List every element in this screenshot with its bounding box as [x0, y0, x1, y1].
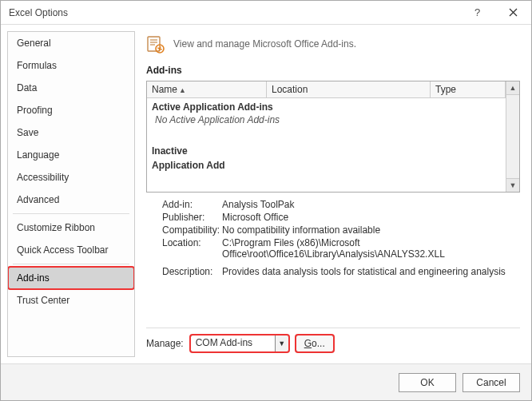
manage-combobox[interactable]: COM Add-ins ▼: [190, 335, 289, 352]
group-inactive-cutoff: Application Add: [147, 158, 506, 173]
window-title: Excel Options: [9, 7, 459, 18]
ok-button[interactable]: OK: [399, 373, 456, 392]
addins-page-icon: [146, 34, 165, 54]
col-name[interactable]: Name▲: [147, 81, 267, 97]
main-panel: View and manage Microsoft Office Add-ins…: [135, 25, 531, 363]
svg-rect-2: [148, 37, 160, 51]
list-inner: Name▲ Location Type Active Application A…: [147, 81, 506, 192]
section-heading: Add-ins: [146, 65, 520, 76]
close-button[interactable]: [495, 1, 531, 25]
group-active-title: Active Application Add-ins: [147, 100, 506, 114]
nav-customize-ribbon[interactable]: Customize Ribbon: [8, 216, 134, 239]
manage-label: Manage:: [146, 338, 184, 349]
detail-description-label: Description:: [146, 266, 222, 277]
list-header: Name▲ Location Type: [147, 81, 506, 98]
group-inactive-title: Inactive: [147, 144, 506, 158]
col-location[interactable]: Location: [267, 81, 431, 97]
titlebar: Excel Options ?: [1, 1, 531, 25]
detail-location-value: C:\Program Files (x86)\Microsoft Office\…: [222, 237, 520, 260]
detail-addin-value: Analysis ToolPak: [222, 199, 520, 210]
go-button[interactable]: Go...: [296, 335, 334, 352]
detail-publisher-value: Microsoft Office: [222, 212, 520, 223]
sidebar-divider: [13, 213, 129, 214]
nav-add-ins[interactable]: Add-ins: [8, 267, 134, 289]
sidebar-divider: [13, 264, 129, 264]
dialog-footer: OK Cancel: [1, 363, 531, 400]
nav-save[interactable]: Save: [8, 121, 134, 144]
cancel-button[interactable]: Cancel: [463, 373, 520, 392]
category-sidebar: General Formulas Data Proofing Save Lang…: [7, 31, 135, 357]
manage-combobox-value: COM Add-ins: [191, 335, 275, 351]
detail-description-value: Provides data analysis tools for statist…: [222, 266, 520, 277]
nav-proofing[interactable]: Proofing: [8, 99, 134, 121]
excel-options-dialog: Excel Options ? General Formulas Data Pr…: [0, 0, 532, 401]
help-button[interactable]: ?: [459, 1, 495, 25]
nav-formulas[interactable]: Formulas: [8, 54, 134, 77]
scroll-track[interactable]: [506, 95, 519, 178]
dialog-body: General Formulas Data Proofing Save Lang…: [1, 25, 531, 363]
nav-advanced[interactable]: Advanced: [8, 189, 134, 211]
nav-general[interactable]: General: [8, 32, 134, 54]
detail-addin-label: Add-in:: [146, 199, 222, 210]
detail-location-label: Location:: [146, 237, 222, 260]
page-header: View and manage Microsoft Office Add-ins…: [146, 34, 520, 54]
close-icon: [509, 8, 518, 17]
nav-language[interactable]: Language: [8, 144, 134, 166]
nav-trust-center[interactable]: Trust Center: [8, 289, 134, 312]
scroll-up-icon[interactable]: ▲: [506, 81, 519, 95]
nav-accessibility[interactable]: Accessibility: [8, 166, 134, 189]
manage-row: Manage: COM Add-ins ▼ Go...: [146, 328, 520, 357]
list-body[interactable]: Active Application Add-ins No Active App…: [147, 98, 506, 192]
col-type[interactable]: Type: [431, 81, 506, 97]
addin-details: Add-in:Analysis ToolPak Publisher:Micros…: [146, 199, 520, 279]
nav-data[interactable]: Data: [8, 77, 134, 99]
sort-asc-icon: ▲: [179, 86, 186, 94]
addins-list: Name▲ Location Type Active Application A…: [146, 81, 520, 193]
nav-quick-access-toolbar[interactable]: Quick Access Toolbar: [8, 239, 134, 261]
chevron-down-icon[interactable]: ▼: [275, 335, 288, 351]
detail-compat-value: No compatibility information available: [222, 224, 520, 236]
detail-compat-label: Compatibility:: [146, 224, 222, 236]
detail-publisher-label: Publisher:: [146, 212, 222, 223]
scroll-down-icon[interactable]: ▼: [506, 178, 519, 192]
group-active-empty: No Active Application Add-ins: [147, 114, 506, 130]
list-scrollbar[interactable]: ▲ ▼: [506, 81, 519, 192]
page-heading: View and manage Microsoft Office Add-ins…: [173, 38, 356, 50]
